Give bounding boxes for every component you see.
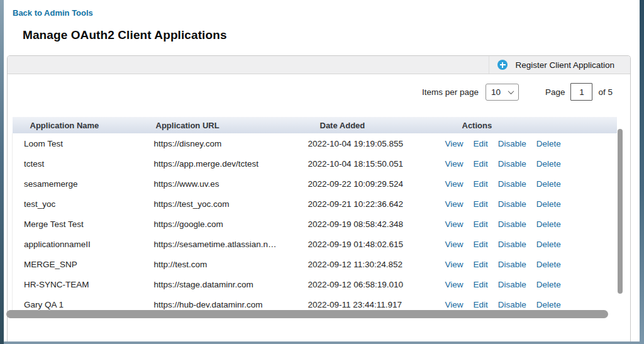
- disable-link[interactable]: Disable: [498, 199, 526, 209]
- application-url-cell: https://test_yoc.com: [145, 194, 299, 214]
- actions-cell: ViewEditDisableDelete: [431, 153, 617, 174]
- table-row: HR-SYNC-TEAMhttps://stage.dataminr.com20…: [13, 274, 617, 294]
- application-name-cell: applicationnameII: [13, 234, 145, 254]
- delete-link[interactable]: Delete: [536, 199, 561, 209]
- date-added-cell: 2022-09-19 01:48:02.615: [299, 234, 431, 254]
- applications-panel: Register Client Application Items per pa…: [7, 55, 631, 341]
- table-header-row: Application Name Application URL Date Ad…: [13, 117, 617, 133]
- window-frame-bottom: [4, 341, 640, 344]
- application-name-cell: Merge Test Test: [13, 214, 145, 234]
- disable-link[interactable]: Disable: [498, 300, 526, 309]
- disable-link[interactable]: Disable: [498, 139, 526, 148]
- date-added-cell: 2022-09-12 11:30:24.852: [299, 254, 431, 274]
- edit-link[interactable]: Edit: [474, 139, 488, 148]
- delete-link[interactable]: Delete: [536, 159, 561, 169]
- actions-cell: ViewEditDisableDelete: [431, 133, 617, 153]
- items-per-page-select[interactable]: 10: [486, 84, 519, 101]
- view-link[interactable]: View: [445, 280, 464, 289]
- delete-link[interactable]: Delete: [536, 260, 561, 269]
- edit-link[interactable]: Edit: [474, 159, 488, 169]
- chevron-down-icon: [508, 88, 514, 94]
- view-link[interactable]: View: [445, 300, 464, 309]
- table-row: applicationnameIIhttps://sesametime.atla…: [13, 234, 617, 254]
- delete-link[interactable]: Delete: [536, 219, 561, 229]
- application-url-cell: https://google.com: [145, 214, 299, 234]
- items-per-page-value: 10: [491, 87, 501, 97]
- application-url-cell: https://stage.dataminr.com: [145, 274, 299, 294]
- view-link[interactable]: View: [445, 219, 464, 229]
- disable-link[interactable]: Disable: [498, 219, 526, 229]
- column-header-actions: Actions: [431, 117, 617, 133]
- plus-circle-icon: [497, 60, 508, 70]
- delete-link[interactable]: Delete: [536, 280, 561, 289]
- edit-link[interactable]: Edit: [474, 240, 488, 249]
- application-url-cell: http://test.com: [145, 254, 299, 274]
- edit-link[interactable]: Edit: [474, 199, 488, 209]
- application-name-cell: MERGE_SNP: [13, 254, 145, 274]
- table-row: sesamemergehttps://www.uv.es2022-09-22 1…: [13, 174, 617, 194]
- horizontal-scrollbar-thumb[interactable]: [6, 310, 608, 318]
- application-url-cell: https://disney.com: [145, 133, 299, 153]
- disable-link[interactable]: Disable: [498, 159, 526, 169]
- toolbar-separator: [489, 56, 489, 74]
- delete-link[interactable]: Delete: [536, 300, 561, 309]
- edit-link[interactable]: Edit: [474, 280, 488, 289]
- disable-link[interactable]: Disable: [498, 240, 526, 249]
- delete-link[interactable]: Delete: [536, 240, 561, 249]
- date-added-cell: 2022-09-19 08:58:42.348: [299, 214, 431, 234]
- page-label: Page: [545, 87, 565, 97]
- edit-link[interactable]: Edit: [474, 260, 488, 269]
- applications-table: Application Name Application URL Date Ad…: [12, 117, 616, 314]
- application-name-cell: HR-SYNC-TEAM: [13, 274, 145, 294]
- view-link[interactable]: View: [445, 260, 464, 269]
- page-title: Manage OAuth2 Client Applications: [23, 28, 227, 42]
- view-link[interactable]: View: [445, 240, 464, 249]
- disable-link[interactable]: Disable: [498, 179, 526, 189]
- vertical-scrollbar-thumb[interactable]: [618, 129, 623, 294]
- view-link[interactable]: View: [445, 179, 464, 189]
- application-url-cell: https://sesametime.atlassian.n…: [145, 234, 299, 254]
- panel-toolbar: Register Client Application: [8, 56, 630, 74]
- register-client-application-button[interactable]: Register Client Application: [497, 60, 614, 70]
- table-row: test_yochttps://test_yoc.com2022-09-21 1…: [13, 194, 617, 214]
- application-name-cell: test_yoc: [13, 194, 145, 214]
- application-name-cell: tctest: [13, 153, 145, 174]
- date-added-cell: 2022-10-04 19:19:05.855: [299, 133, 431, 153]
- view-link[interactable]: View: [445, 139, 464, 148]
- view-link[interactable]: View: [445, 199, 464, 209]
- page-number-input[interactable]: [570, 83, 592, 101]
- column-header-application-url: Application URL: [145, 117, 299, 133]
- table-row: Merge Test Testhttps://google.com2022-09…: [13, 214, 617, 234]
- edit-link[interactable]: Edit: [474, 300, 488, 309]
- application-name-cell: Loom Test: [13, 133, 145, 153]
- column-header-date-added: Date Added: [299, 117, 431, 133]
- disable-link[interactable]: Disable: [498, 280, 526, 289]
- pagination-controls: Items per page 10 Page of 5: [422, 83, 613, 101]
- actions-cell: ViewEditDisableDelete: [431, 194, 617, 214]
- column-header-application-name: Application Name: [13, 117, 145, 133]
- edit-link[interactable]: Edit: [474, 179, 488, 189]
- actions-cell: ViewEditDisableDelete: [431, 214, 617, 234]
- register-button-label: Register Client Application: [515, 60, 614, 70]
- table-row: Loom Testhttps://disney.com2022-10-04 19…: [13, 133, 617, 153]
- window-frame-left: [0, 0, 4, 344]
- table-row: tctesthttps://app.merge.dev/tctest2022-1…: [13, 153, 617, 174]
- application-url-cell: https://app.merge.dev/tctest: [145, 153, 299, 174]
- edit-link[interactable]: Edit: [474, 219, 488, 229]
- application-name-cell: sesamemerge: [13, 174, 145, 194]
- actions-cell: ViewEditDisableDelete: [431, 234, 617, 254]
- actions-cell: ViewEditDisableDelete: [431, 274, 617, 294]
- application-url-cell: https://www.uv.es: [145, 174, 299, 194]
- actions-cell: ViewEditDisableDelete: [431, 174, 617, 194]
- page-total-label: of 5: [598, 87, 613, 97]
- items-per-page-label: Items per page: [422, 87, 479, 97]
- disable-link[interactable]: Disable: [498, 260, 526, 269]
- back-to-admin-tools-link[interactable]: Back to Admin Tools: [13, 8, 93, 18]
- view-link[interactable]: View: [445, 159, 464, 169]
- table-row: MERGE_SNPhttp://test.com2022-09-12 11:30…: [13, 254, 617, 274]
- actions-cell: ViewEditDisableDelete: [431, 254, 617, 274]
- date-added-cell: 2022-09-12 06:58:19.010: [299, 274, 431, 294]
- window-frame-right: [640, 0, 644, 344]
- delete-link[interactable]: Delete: [536, 139, 561, 148]
- delete-link[interactable]: Delete: [536, 179, 561, 189]
